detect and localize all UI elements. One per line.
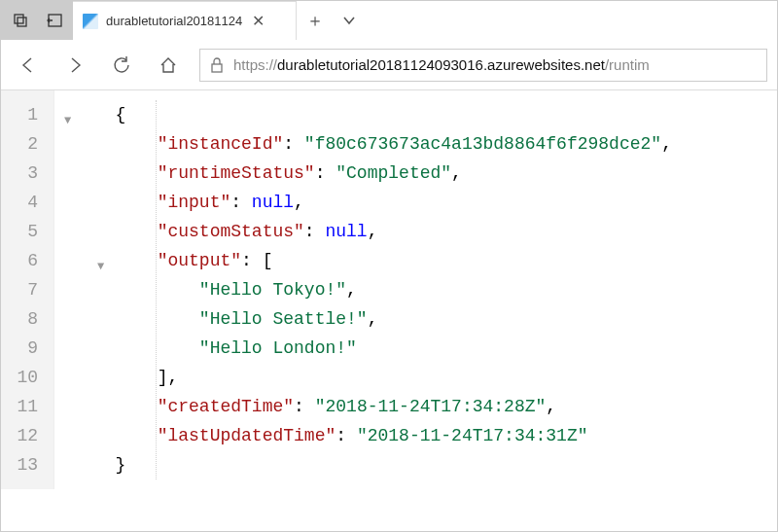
tab-strip-actions: ＋ bbox=[297, 1, 777, 40]
code-line: "customStatus": null, bbox=[58, 217, 672, 246]
svg-rect-0 bbox=[15, 15, 23, 23]
code-line: "runtimeStatus": "Completed", bbox=[58, 159, 672, 188]
code-area[interactable]: ▼ { "instanceId": "f80c673673ac4a13bd886… bbox=[54, 90, 672, 489]
url-host: durabletutorial20181124093016.azurewebsi… bbox=[277, 56, 605, 73]
code-line: ▼ { bbox=[58, 100, 672, 129]
url-protocol: https:// bbox=[233, 56, 277, 73]
tab-preview-icon[interactable] bbox=[7, 7, 34, 34]
url-text: https://durabletutorial20181124093016.az… bbox=[233, 56, 650, 73]
set-aside-tabs-icon[interactable] bbox=[40, 7, 67, 34]
json-viewer: 1 2 3 4 5 6 7 8 9 10 11 12 13 ▼ { "insta… bbox=[1, 90, 777, 489]
code-line: "Hello London!" bbox=[58, 334, 672, 363]
address-bar[interactable]: https://durabletutorial20181124093016.az… bbox=[199, 49, 767, 82]
back-button[interactable] bbox=[13, 50, 44, 81]
code-line: "input": null, bbox=[58, 188, 672, 217]
lock-icon bbox=[210, 57, 224, 73]
browser-tab[interactable]: durabletutorial20181124 ✕ bbox=[73, 1, 297, 40]
tab-favicon bbox=[83, 14, 98, 29]
code-line: "instanceId": "f80c673673ac4a13bd8864f6f… bbox=[58, 129, 672, 159]
code-line: "lastUpdatedTime": "2018-11-24T17:34:31Z… bbox=[58, 421, 672, 450]
code-line: ▼ "output": [ bbox=[58, 246, 672, 275]
svg-rect-1 bbox=[18, 18, 26, 26]
line-gutter: 1 2 3 4 5 6 7 8 9 10 11 12 13 bbox=[1, 90, 54, 489]
code-line: "createdTime": "2018-11-24T17:34:28Z", bbox=[58, 392, 672, 421]
code-line: ], bbox=[58, 363, 672, 392]
refresh-button[interactable] bbox=[106, 50, 137, 81]
close-icon[interactable]: ✕ bbox=[250, 10, 266, 32]
code-line: } bbox=[58, 450, 672, 479]
tab-title: durabletutorial20181124 bbox=[106, 14, 242, 28]
tab-menu-chevron-icon[interactable] bbox=[341, 13, 357, 28]
titlebar: durabletutorial20181124 ✕ ＋ bbox=[1, 1, 777, 40]
code-line: "Hello Tokyo!", bbox=[58, 275, 672, 304]
home-button[interactable] bbox=[153, 50, 184, 81]
window-controls bbox=[1, 1, 73, 40]
url-path: /runtim bbox=[605, 56, 650, 73]
forward-button[interactable] bbox=[59, 50, 90, 81]
toolbar: https://durabletutorial20181124093016.az… bbox=[1, 40, 777, 90]
code-line: "Hello Seattle!", bbox=[58, 304, 672, 334]
new-tab-button[interactable]: ＋ bbox=[306, 9, 324, 32]
svg-rect-3 bbox=[212, 64, 222, 72]
